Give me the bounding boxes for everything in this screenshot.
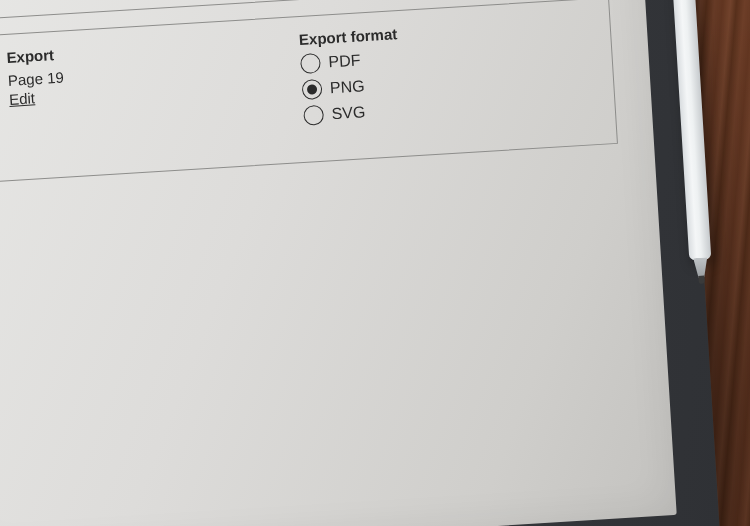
export-format-radio-group: PDF PNG SVG <box>300 36 597 126</box>
radio-icon <box>301 79 322 100</box>
radio-icon <box>303 105 324 126</box>
radio-label: PDF <box>328 51 361 71</box>
radio-label: PNG <box>329 77 365 97</box>
radio-label: SVG <box>331 103 366 123</box>
export-edit-link[interactable]: Edit <box>9 89 36 108</box>
export-panel: Export Page 19 Edit Export format PDF <box>0 0 618 182</box>
radio-icon <box>300 53 321 74</box>
